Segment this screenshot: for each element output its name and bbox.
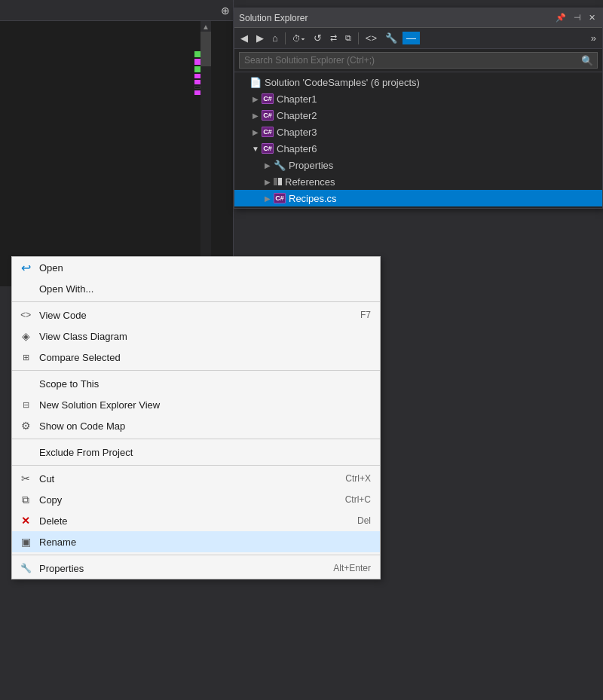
chapter2-expand-icon: ▶	[249, 112, 262, 120]
view-code-icon: <>	[18, 310, 33, 320]
recipes-expand-icon: ▶	[262, 194, 274, 203]
history-button[interactable]: ⏱▾	[289, 32, 308, 44]
ctx-delete-shortcut: Del	[342, 515, 371, 526]
more-button[interactable]: »	[588, 31, 599, 45]
ctx-properties-shortcut: Alt+Enter	[318, 563, 371, 573]
solution-explorer-titlebar: Solution Explorer 📌 ⊣ ✕	[234, 8, 602, 28]
chapter6-label: Chapter6	[277, 143, 317, 154]
ctx-code-map-label: Show on Code Map	[39, 420, 371, 432]
copy-icon: ⧉	[18, 494, 33, 506]
ctx-open[interactable]: ↩ Open	[12, 257, 380, 278]
ctx-delete[interactable]: ✕ Delete Del	[12, 510, 380, 531]
editor-area: ▲	[0, 21, 211, 286]
ctx-view-class-label: View Class Diagram	[39, 331, 371, 342]
chapter1-expand-icon: ▶	[249, 95, 262, 103]
home-button[interactable]: ⌂	[269, 31, 281, 45]
ctx-sep4	[12, 465, 380, 466]
marker-dark	[194, 86, 200, 89]
solution-tree: 📄 Solution 'CodeSamples' (6 projects) ▶ …	[234, 72, 602, 208]
ctx-copy[interactable]: ⧉ Copy Ctrl+C	[12, 489, 380, 510]
search-input[interactable]	[239, 52, 598, 69]
tree-chapter3[interactable]: ▶ C# Chapter3	[234, 124, 602, 140]
pin-icon[interactable]: 📌	[553, 12, 568, 23]
forward-button[interactable]: ▶	[253, 31, 267, 45]
scroll-up[interactable]: ▲	[200, 21, 211, 32]
properties-expand-icon: ▶	[262, 161, 274, 170]
solution-label: Solution 'CodeSamples' (6 projects)	[265, 77, 420, 88]
ctx-delete-label: Delete	[39, 515, 342, 527]
toolbar-sep2	[358, 32, 359, 44]
ctx-compare-label: Compare Selected	[39, 352, 371, 363]
chapter1-cs-icon: C#	[262, 93, 274, 104]
close-icon[interactable]: ✕	[586, 12, 598, 23]
tree-solution-root[interactable]: 📄 Solution 'CodeSamples' (6 projects)	[234, 74, 602, 90]
code-view-button[interactable]: <>	[363, 31, 380, 45]
ctx-show-code-map[interactable]: ⚙ Show on Code Map	[12, 415, 380, 436]
chapter3-expand-icon: ▶	[249, 128, 262, 136]
settings-button[interactable]: 🔧	[382, 31, 400, 45]
titlebar-icons: 📌 ⊣ ✕	[553, 12, 598, 23]
open-icon: ↩	[18, 261, 33, 275]
compare-icon: ⊞	[18, 353, 33, 362]
chapter3-label: Chapter3	[277, 127, 317, 138]
code-map-icon: ⚙	[18, 420, 33, 432]
ctx-new-explorer-view[interactable]: ⊟ New Solution Explorer View	[12, 394, 380, 415]
ctx-rename-label: Rename	[39, 536, 371, 548]
tree-recipes-cs[interactable]: ▶ C# Recipes.cs	[234, 190, 602, 206]
references-icon	[274, 178, 282, 185]
tree-references[interactable]: ▶ References	[234, 173, 602, 190]
solution-explorer-toolbar: ◀ ▶ ⌂ ⏱▾ ↺ ⇄ ⧉ <> 🔧 — »	[234, 28, 602, 49]
toolbar-sep1	[285, 32, 286, 44]
sync-views-button[interactable]: ⇄	[327, 32, 340, 44]
new-view-icon: ⊟	[18, 400, 33, 410]
ctx-view-code-label: View Code	[39, 310, 345, 321]
ctx-properties[interactable]: 🔧 Properties Alt+Enter	[12, 558, 380, 579]
tree-chapter6[interactable]: ▼ C# Chapter6	[234, 140, 602, 157]
properties-label: Properties	[289, 160, 333, 171]
solution-file-icon: 📄	[249, 77, 262, 88]
ctx-view-code[interactable]: <> View Code F7	[12, 304, 380, 326]
references-expand-icon: ▶	[262, 178, 274, 186]
properties-menu-icon: 🔧	[18, 563, 33, 573]
pin-auto-icon[interactable]: ⊣	[571, 12, 583, 23]
marker-magenta2	[194, 74, 200, 78]
refresh-button[interactable]: ↺	[311, 31, 325, 45]
marker-green2	[194, 66, 200, 72]
ctx-compare-selected[interactable]: ⊞ Compare Selected	[12, 347, 380, 368]
back-button[interactable]: ◀	[237, 31, 251, 45]
tree-chapter1[interactable]: ▶ C# Chapter1	[234, 90, 602, 107]
marker-magenta	[194, 59, 200, 65]
ctx-exclude[interactable]: Exclude From Project	[12, 442, 380, 463]
ctx-sep5	[12, 555, 380, 555]
delete-icon: ✕	[18, 515, 33, 527]
ctx-sep2	[12, 370, 380, 371]
ctx-open-label: Open	[39, 262, 371, 274]
ctx-cut-label: Cut	[39, 473, 330, 484]
view-class-icon: ◈	[18, 330, 33, 342]
copy-doc-button[interactable]: ⧉	[342, 32, 354, 44]
marker-green	[194, 51, 200, 57]
editor-scrollbar[interactable]	[200, 21, 211, 286]
chapter1-label: Chapter1	[277, 93, 317, 105]
ctx-cut[interactable]: ✂ Cut Ctrl+X	[12, 468, 380, 489]
tree-chapter2[interactable]: ▶ C# Chapter2	[234, 107, 602, 124]
marker-magenta4	[194, 90, 200, 95]
ctx-rename[interactable]: ▣ Rename	[12, 531, 380, 552]
cut-icon: ✂	[18, 472, 33, 484]
left-panel-content: ▲	[0, 21, 233, 286]
collapse-button[interactable]: —	[403, 32, 420, 44]
split-icon[interactable]: ⊕	[221, 5, 230, 17]
ctx-scope-to-this[interactable]: Scope to This	[12, 373, 380, 394]
chapter3-cs-icon: C#	[262, 127, 274, 137]
ctx-scope-label: Scope to This	[39, 378, 371, 390]
properties-icon: 🔧	[274, 160, 286, 171]
chapter6-expand-icon: ▼	[249, 145, 262, 153]
recipes-cs-icon: C#	[274, 193, 286, 203]
solution-explorer: Solution Explorer 📌 ⊣ ✕ ◀ ▶ ⌂ ⏱▾ ↺ ⇄ ⧉ <…	[234, 8, 603, 209]
ctx-view-class-diagram[interactable]: ◈ View Class Diagram	[12, 326, 380, 347]
ctx-exclude-label: Exclude From Project	[39, 447, 371, 458]
marker-magenta3	[194, 80, 200, 84]
tree-properties[interactable]: ▶ 🔧 Properties	[234, 157, 602, 173]
ctx-open-with[interactable]: Open With...	[12, 278, 380, 299]
ctx-copy-label: Copy	[39, 494, 330, 506]
